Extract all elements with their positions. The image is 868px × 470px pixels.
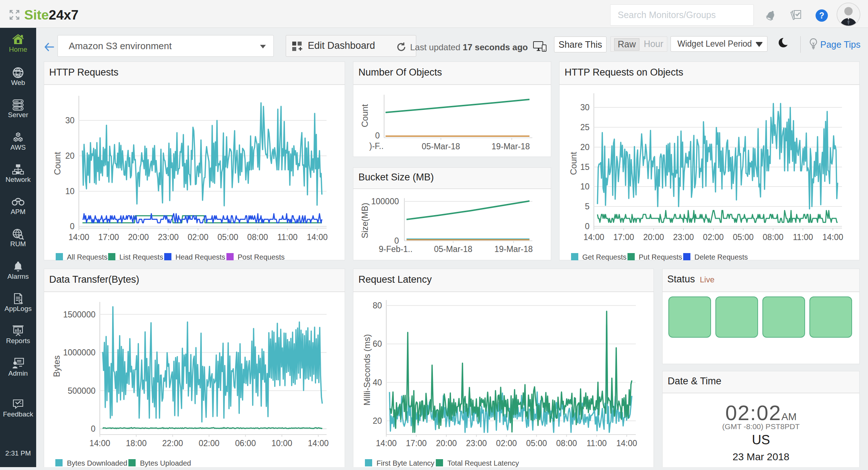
svg-text:First Byte Latency: First Byte Latency bbox=[376, 459, 434, 467]
svg-text:19-Mar-18: 19-Mar-18 bbox=[492, 142, 530, 151]
svg-text:11:00: 11:00 bbox=[793, 232, 813, 242]
svg-text:Count: Count bbox=[569, 152, 578, 175]
svg-text:23:00: 23:00 bbox=[158, 232, 179, 242]
svg-text:17:00: 17:00 bbox=[98, 232, 119, 242]
svg-text:Count: Count bbox=[52, 152, 62, 175]
svg-text:14:00: 14:00 bbox=[376, 439, 397, 448]
svg-text:06:00: 06:00 bbox=[235, 439, 256, 448]
svg-text:9-Feb-1..: 9-Feb-1.. bbox=[379, 244, 412, 254]
svg-text:05:00: 05:00 bbox=[526, 439, 547, 448]
svg-text:30: 30 bbox=[580, 103, 590, 112]
svg-text:Bytes Downloaded: Bytes Downloaded bbox=[67, 459, 127, 467]
svg-text:14:00: 14:00 bbox=[308, 439, 329, 448]
svg-text:Post Requests: Post Requests bbox=[238, 253, 285, 261]
svg-text:05-Mar-18: 05-Mar-18 bbox=[422, 142, 460, 151]
svg-text:Count: Count bbox=[360, 104, 370, 127]
svg-text:Delete Requests: Delete Requests bbox=[694, 253, 748, 261]
svg-text:Bytes: Bytes bbox=[52, 355, 61, 377]
svg-text:0: 0 bbox=[70, 222, 75, 231]
svg-text:10:00: 10:00 bbox=[272, 439, 293, 448]
svg-text:02:00: 02:00 bbox=[496, 439, 517, 448]
svg-text:40: 40 bbox=[373, 378, 382, 387]
svg-text:17:00: 17:00 bbox=[613, 232, 634, 242]
svg-text:20: 20 bbox=[373, 416, 382, 426]
svg-text:1000000: 1000000 bbox=[63, 348, 95, 357]
svg-text:Size(MB): Size(MB) bbox=[360, 203, 370, 239]
svg-text:05:00: 05:00 bbox=[217, 232, 238, 242]
svg-text:15: 15 bbox=[580, 162, 590, 172]
svg-text:25: 25 bbox=[580, 123, 590, 132]
svg-text:02:00: 02:00 bbox=[199, 439, 220, 448]
svg-text:08:00: 08:00 bbox=[556, 439, 577, 448]
svg-text:100000: 100000 bbox=[371, 197, 399, 206]
svg-text:)-F..: )-F.. bbox=[369, 141, 384, 151]
svg-text:17:00: 17:00 bbox=[406, 439, 427, 448]
svg-text:Milli-Seconds (ms): Milli-Seconds (ms) bbox=[362, 334, 372, 405]
svg-text:14:00: 14:00 bbox=[583, 232, 604, 242]
svg-text:Bytes Uploaded: Bytes Uploaded bbox=[140, 459, 191, 467]
svg-text:11:00: 11:00 bbox=[587, 439, 607, 448]
svg-text:Get Requests: Get Requests bbox=[582, 253, 626, 261]
svg-text:0: 0 bbox=[91, 424, 95, 433]
svg-text:60: 60 bbox=[373, 339, 382, 349]
svg-text:05:00: 05:00 bbox=[733, 232, 754, 242]
svg-text:14:00: 14:00 bbox=[616, 439, 637, 448]
svg-text:14:00: 14:00 bbox=[68, 232, 89, 242]
svg-text:10: 10 bbox=[580, 182, 590, 191]
svg-text:23:00: 23:00 bbox=[466, 439, 487, 448]
svg-text:All Requests: All Requests bbox=[67, 253, 107, 261]
svg-text:List Requests: List Requests bbox=[119, 253, 163, 261]
svg-text:20:00: 20:00 bbox=[436, 439, 457, 448]
svg-text:80: 80 bbox=[373, 301, 382, 310]
svg-text:5: 5 bbox=[585, 202, 590, 211]
svg-text:20:00: 20:00 bbox=[643, 232, 664, 242]
svg-text:0: 0 bbox=[375, 131, 380, 140]
svg-text:Put Requests: Put Requests bbox=[639, 253, 682, 261]
svg-text:20: 20 bbox=[65, 151, 75, 161]
svg-text:20:00: 20:00 bbox=[128, 232, 149, 242]
svg-text:14:00: 14:00 bbox=[89, 439, 110, 448]
svg-text:23:00: 23:00 bbox=[673, 232, 694, 242]
svg-text:02:00: 02:00 bbox=[703, 232, 724, 242]
svg-text:0: 0 bbox=[585, 222, 590, 231]
svg-text:500000: 500000 bbox=[68, 386, 95, 396]
svg-text:Total Request Latency: Total Request Latency bbox=[447, 459, 519, 467]
svg-text:11:00: 11:00 bbox=[277, 232, 298, 242]
svg-text:10: 10 bbox=[65, 187, 75, 196]
svg-text:30: 30 bbox=[65, 116, 75, 125]
svg-text:22:00: 22:00 bbox=[162, 439, 183, 448]
svg-text:19-Mar-18: 19-Mar-18 bbox=[494, 244, 533, 254]
svg-text:Head Requests: Head Requests bbox=[175, 253, 225, 261]
svg-text:02:00: 02:00 bbox=[188, 232, 209, 242]
svg-text:05-Mar-18: 05-Mar-18 bbox=[434, 244, 472, 254]
svg-text:08:00: 08:00 bbox=[763, 232, 784, 242]
svg-text:14:00: 14:00 bbox=[822, 232, 843, 242]
svg-text:14:00: 14:00 bbox=[307, 232, 328, 242]
svg-text:1500000: 1500000 bbox=[63, 310, 95, 319]
svg-text:08:00: 08:00 bbox=[247, 232, 268, 242]
svg-text:20: 20 bbox=[580, 142, 590, 152]
svg-text:18:00: 18:00 bbox=[126, 439, 147, 448]
